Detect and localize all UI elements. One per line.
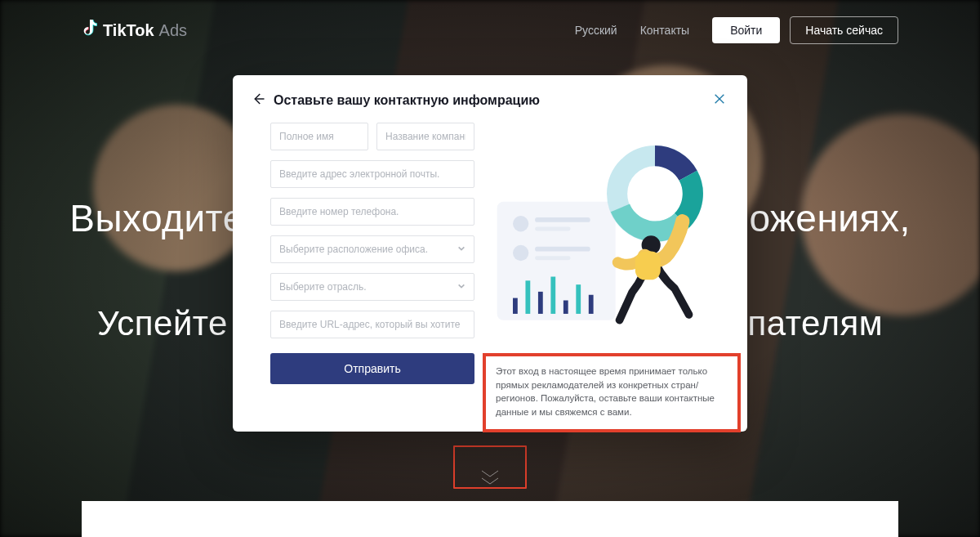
svg-rect-6: [535, 227, 571, 231]
svg-rect-10: [513, 298, 518, 314]
email-field[interactable]: [270, 160, 474, 188]
chevron-down-icon: [457, 281, 466, 293]
industry-select[interactable]: Выберите отрасль.: [270, 273, 474, 301]
svg-point-7: [513, 245, 528, 261]
back-arrow-icon[interactable]: [251, 92, 265, 110]
modal-title: Оставьте вашу контактную инфомрацию: [274, 93, 705, 108]
close-icon[interactable]: [713, 92, 726, 109]
brand-logo[interactable]: TikTok Ads: [82, 20, 187, 42]
svg-rect-19: [635, 252, 661, 280]
tiktok-note-icon: [82, 20, 98, 42]
language-link[interactable]: Русский: [575, 24, 617, 37]
url-field[interactable]: [270, 311, 474, 338]
office-location-select[interactable]: Выберите расположение офиса.: [270, 235, 474, 263]
contacts-link[interactable]: Контакты: [640, 24, 689, 37]
svg-rect-13: [550, 277, 555, 314]
start-now-button[interactable]: Начать сейчас: [790, 16, 898, 44]
footer-strip: [82, 501, 898, 537]
svg-rect-14: [564, 301, 568, 314]
modal-header: Оставьте вашу контактную инфомрацию: [251, 92, 726, 110]
region-restriction-notice: Этот вход в настоящее время принимает то…: [483, 353, 741, 432]
svg-rect-12: [538, 292, 543, 314]
industry-placeholder: Выберите отрасль.: [279, 281, 367, 293]
svg-rect-16: [589, 295, 594, 314]
svg-rect-8: [535, 247, 590, 252]
svg-rect-9: [535, 256, 571, 260]
phone-field[interactable]: [270, 198, 474, 226]
full-name-field[interactable]: [270, 123, 368, 150]
svg-rect-15: [576, 284, 581, 314]
svg-point-4: [513, 216, 528, 231]
chevron-down-icon: [457, 244, 466, 255]
brand-sub: Ads: [159, 21, 187, 40]
brand-name: TikTok: [103, 21, 154, 40]
svg-rect-11: [525, 280, 530, 314]
site-header: TikTok Ads Русский Контакты Войти Начать…: [0, 0, 980, 60]
office-location-placeholder: Выберите расположение офиса.: [279, 244, 428, 255]
contact-form: Выберите расположение офиса. Выберите от…: [270, 123, 474, 414]
login-button[interactable]: Войти: [712, 17, 780, 43]
annotation-box-scroll-hint: [453, 445, 527, 489]
company-field[interactable]: [376, 123, 474, 150]
submit-button[interactable]: Отправить: [270, 353, 474, 384]
notice-text: Этот вход в настоящее время принимает то…: [496, 366, 715, 417]
svg-rect-5: [535, 217, 590, 222]
